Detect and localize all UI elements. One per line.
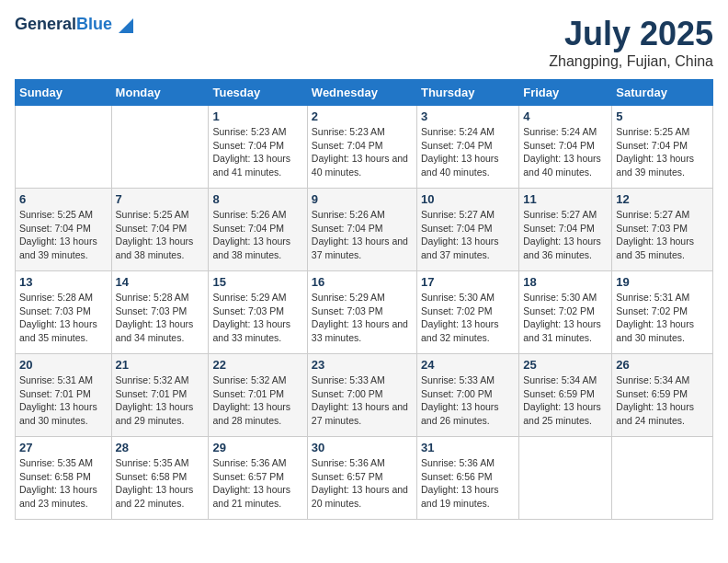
calendar-cell: 19Sunrise: 5:31 AMSunset: 7:02 PMDayligh…	[612, 271, 713, 354]
day-number: 27	[19, 441, 108, 454]
day-info: Sunrise: 5:29 AMSunset: 7:03 PMDaylight:…	[212, 291, 302, 345]
day-number: 18	[523, 275, 608, 289]
weekday-header: Monday	[111, 80, 209, 106]
day-info: Sunrise: 5:33 AMSunset: 7:00 PMDaylight:…	[312, 373, 413, 428]
day-info: Sunrise: 5:34 AMSunset: 6:59 PMDaylight:…	[616, 373, 709, 428]
calendar-cell: 8Sunrise: 5:26 AMSunset: 7:04 PMDaylight…	[209, 189, 307, 271]
calendar-cell: 4Sunrise: 5:24 AMSunset: 7:04 PMDaylight…	[519, 106, 612, 189]
calendar-cell: 27Sunrise: 5:35 AMSunset: 6:58 PMDayligh…	[16, 437, 112, 520]
day-info: Sunrise: 5:31 AMSunset: 7:01 PMDaylight:…	[19, 373, 108, 428]
calendar-cell: 31Sunrise: 5:36 AMSunset: 6:56 PMDayligh…	[416, 437, 518, 520]
day-number: 8	[212, 192, 302, 206]
day-number: 15	[212, 275, 302, 289]
day-info: Sunrise: 5:36 AMSunset: 6:57 PMDaylight:…	[212, 456, 302, 511]
day-number: 28	[116, 441, 205, 454]
calendar-cell: 26Sunrise: 5:34 AMSunset: 6:59 PMDayligh…	[612, 354, 713, 437]
day-number: 29	[212, 441, 302, 454]
calendar-cell: 13Sunrise: 5:28 AMSunset: 7:03 PMDayligh…	[16, 271, 112, 354]
location-title: Zhangping, Fujian, China	[549, 53, 713, 70]
logo-blue: Blue	[76, 15, 112, 33]
calendar-cell: 28Sunrise: 5:35 AMSunset: 6:58 PMDayligh…	[111, 437, 209, 520]
day-number: 26	[616, 358, 709, 372]
day-number: 4	[523, 109, 608, 123]
day-info: Sunrise: 5:30 AMSunset: 7:02 PMDaylight:…	[421, 291, 515, 345]
day-info: Sunrise: 5:36 AMSunset: 6:56 PMDaylight:…	[421, 456, 515, 511]
day-number: 7	[116, 192, 205, 206]
calendar-week-row: 27Sunrise: 5:35 AMSunset: 6:58 PMDayligh…	[16, 437, 713, 520]
calendar-cell: 9Sunrise: 5:26 AMSunset: 7:04 PMDaylight…	[307, 189, 416, 271]
day-number: 31	[421, 441, 515, 454]
calendar-cell	[612, 437, 713, 520]
day-info: Sunrise: 5:29 AMSunset: 7:03 PMDaylight:…	[312, 291, 413, 345]
day-number: 14	[116, 275, 205, 289]
day-info: Sunrise: 5:30 AMSunset: 7:02 PMDaylight:…	[523, 291, 608, 345]
day-info: Sunrise: 5:32 AMSunset: 7:01 PMDaylight:…	[116, 373, 205, 428]
calendar-cell: 24Sunrise: 5:33 AMSunset: 7:00 PMDayligh…	[416, 354, 518, 437]
calendar-cell: 17Sunrise: 5:30 AMSunset: 7:02 PMDayligh…	[416, 271, 518, 354]
day-number: 24	[421, 358, 515, 372]
day-number: 23	[312, 358, 413, 372]
calendar-table: SundayMondayTuesdayWednesdayThursdayFrid…	[15, 79, 713, 520]
calendar-week-row: 13Sunrise: 5:28 AMSunset: 7:03 PMDayligh…	[16, 271, 713, 354]
day-info: Sunrise: 5:25 AMSunset: 7:04 PMDaylight:…	[116, 208, 205, 262]
calendar-week-row: 6Sunrise: 5:25 AMSunset: 7:04 PMDaylight…	[16, 189, 713, 271]
day-number: 12	[616, 192, 709, 206]
day-info: Sunrise: 5:26 AMSunset: 7:04 PMDaylight:…	[312, 208, 413, 262]
day-number: 30	[312, 441, 413, 454]
weekday-header: Friday	[519, 80, 612, 106]
day-number: 2	[312, 109, 413, 123]
day-info: Sunrise: 5:23 AMSunset: 7:04 PMDaylight:…	[312, 125, 413, 179]
day-number: 17	[421, 275, 515, 289]
logo-text: GeneralBlue	[15, 15, 133, 34]
logo: GeneralBlue	[15, 15, 133, 34]
calendar-cell	[111, 106, 209, 189]
calendar-cell: 18Sunrise: 5:30 AMSunset: 7:02 PMDayligh…	[519, 271, 612, 354]
calendar-cell: 25Sunrise: 5:34 AMSunset: 6:59 PMDayligh…	[519, 354, 612, 437]
day-info: Sunrise: 5:25 AMSunset: 7:04 PMDaylight:…	[19, 208, 108, 262]
day-number: 10	[421, 192, 515, 206]
calendar-week-row: 20Sunrise: 5:31 AMSunset: 7:01 PMDayligh…	[16, 354, 713, 437]
calendar-week-row: 1Sunrise: 5:23 AMSunset: 7:04 PMDaylight…	[16, 106, 713, 189]
day-number: 16	[312, 275, 413, 289]
calendar-cell: 1Sunrise: 5:23 AMSunset: 7:04 PMDaylight…	[209, 106, 307, 189]
calendar-cell: 15Sunrise: 5:29 AMSunset: 7:03 PMDayligh…	[209, 271, 307, 354]
day-number: 6	[19, 192, 108, 206]
day-number: 20	[19, 358, 108, 372]
page-header: GeneralBlue July 2025 Zhangping, Fujian,…	[15, 15, 713, 70]
day-info: Sunrise: 5:35 AMSunset: 6:58 PMDaylight:…	[19, 456, 108, 511]
day-info: Sunrise: 5:24 AMSunset: 7:04 PMDaylight:…	[523, 125, 608, 179]
weekday-header: Wednesday	[307, 80, 416, 106]
day-number: 3	[421, 109, 515, 123]
calendar-cell: 21Sunrise: 5:32 AMSunset: 7:01 PMDayligh…	[111, 354, 209, 437]
calendar-cell	[519, 437, 612, 520]
calendar-cell: 7Sunrise: 5:25 AMSunset: 7:04 PMDaylight…	[111, 189, 209, 271]
calendar-cell: 20Sunrise: 5:31 AMSunset: 7:01 PMDayligh…	[16, 354, 112, 437]
day-info: Sunrise: 5:26 AMSunset: 7:04 PMDaylight:…	[212, 208, 302, 262]
weekday-header: Tuesday	[209, 80, 307, 106]
calendar-cell: 30Sunrise: 5:36 AMSunset: 6:57 PMDayligh…	[307, 437, 416, 520]
calendar-cell: 10Sunrise: 5:27 AMSunset: 7:04 PMDayligh…	[416, 189, 518, 271]
day-number: 13	[19, 275, 108, 289]
day-number: 11	[523, 192, 608, 206]
month-title: July 2025	[549, 15, 713, 53]
calendar-cell: 5Sunrise: 5:25 AMSunset: 7:04 PMDaylight…	[612, 106, 713, 189]
day-info: Sunrise: 5:31 AMSunset: 7:02 PMDaylight:…	[616, 291, 709, 345]
calendar-cell: 11Sunrise: 5:27 AMSunset: 7:04 PMDayligh…	[519, 189, 612, 271]
calendar-cell: 2Sunrise: 5:23 AMSunset: 7:04 PMDaylight…	[307, 106, 416, 189]
day-info: Sunrise: 5:32 AMSunset: 7:01 PMDaylight:…	[212, 373, 302, 428]
day-info: Sunrise: 5:28 AMSunset: 7:03 PMDaylight:…	[116, 291, 205, 345]
day-info: Sunrise: 5:34 AMSunset: 6:59 PMDaylight:…	[523, 373, 608, 428]
calendar-cell: 6Sunrise: 5:25 AMSunset: 7:04 PMDaylight…	[16, 189, 112, 271]
calendar-header-row: SundayMondayTuesdayWednesdayThursdayFrid…	[16, 80, 713, 106]
day-info: Sunrise: 5:27 AMSunset: 7:04 PMDaylight:…	[523, 208, 608, 262]
svg-marker-0	[119, 18, 133, 33]
title-block: July 2025 Zhangping, Fujian, China	[549, 15, 713, 70]
calendar-cell: 22Sunrise: 5:32 AMSunset: 7:01 PMDayligh…	[209, 354, 307, 437]
logo-icon	[119, 18, 133, 33]
day-info: Sunrise: 5:33 AMSunset: 7:00 PMDaylight:…	[421, 373, 515, 428]
day-number: 25	[523, 358, 608, 372]
calendar-cell: 12Sunrise: 5:27 AMSunset: 7:03 PMDayligh…	[612, 189, 713, 271]
day-info: Sunrise: 5:36 AMSunset: 6:57 PMDaylight:…	[312, 456, 413, 511]
weekday-header: Sunday	[16, 80, 112, 106]
day-number: 9	[312, 192, 413, 206]
